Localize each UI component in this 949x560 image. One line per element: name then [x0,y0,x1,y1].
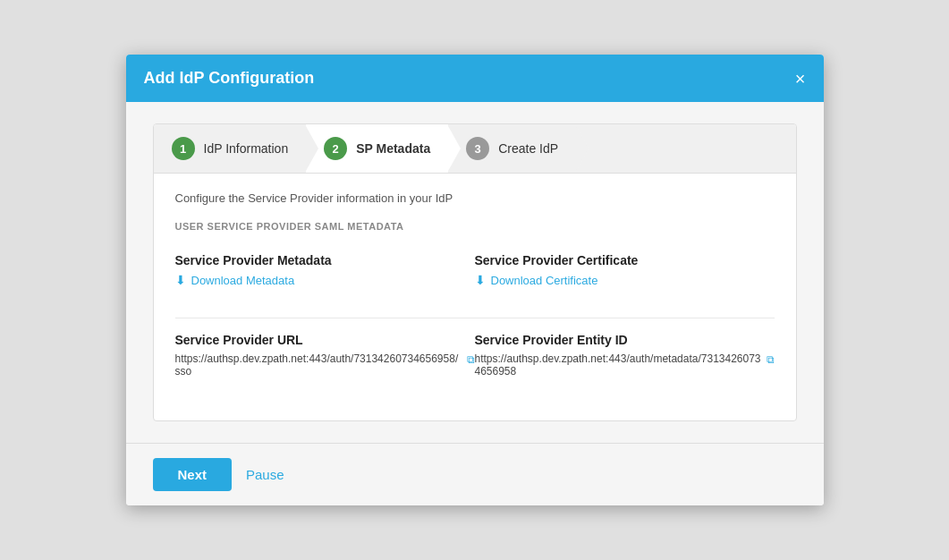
next-button[interactable]: Next [153,458,233,491]
modal-footer: Next Pause [126,443,824,505]
sp-url-value: https://authsp.dev.zpath.net:443/auth/73… [175,352,475,378]
step-1[interactable]: 1 IdP Information [154,124,307,173]
page-background: Add IdP Configuration × 1 IdP Informatio… [0,0,949,560]
divider-2 [475,318,775,318]
step-2-label: SP Metadata [356,141,430,156]
steps-container: 1 IdP Information 2 SP Metadata 3 Create… [153,123,797,421]
section-label: USER SERVICE PROVIDER SAML METADATA [175,221,775,232]
close-button[interactable]: × [795,70,806,88]
download-certificate-icon: ⬇ [475,273,486,287]
metadata-grid: Service Provider Metadata ⬇ Download Met… [175,244,775,395]
steps-content: Configure the Service Provider informati… [154,174,796,420]
modal-title: Add IdP Configuration [144,69,315,88]
download-metadata-text: Download Metadata [191,274,295,287]
divider-1 [175,318,475,318]
content-description: Configure the Service Provider informati… [175,191,775,205]
download-certificate-text: Download Certificate [491,274,598,287]
sp-url-text: https://authsp.dev.zpath.net:443/auth/73… [175,352,463,378]
step-3-label: Create IdP [498,141,558,156]
sp-url-label: Service Provider URL [175,333,475,347]
copy-entity-id-icon[interactable]: ⧉ [767,353,775,366]
copy-url-icon[interactable]: ⧉ [467,353,475,366]
sp-certificate-cell: Service Provider Certificate ⬇ Download … [475,244,775,305]
step-2[interactable]: 2 SP Metadata [306,124,448,173]
sp-certificate-label: Service Provider Certificate [475,253,775,267]
sp-metadata-label: Service Provider Metadata [175,253,475,267]
sp-entity-id-text: https://authsp.dev.zpath.net:443/auth/me… [475,352,763,378]
sp-entity-id-cell: Service Provider Entity ID https://auths… [475,305,775,395]
step-3[interactable]: 3 Create IdP [448,124,576,173]
steps-header: 1 IdP Information 2 SP Metadata 3 Create… [154,124,796,174]
sp-url-cell: Service Provider URL https://authsp.dev.… [175,305,475,395]
modal-container: Add IdP Configuration × 1 IdP Informatio… [126,55,824,505]
sp-metadata-cell: Service Provider Metadata ⬇ Download Met… [175,244,475,305]
step-1-number: 1 [172,137,195,160]
step-1-label: IdP Information [204,141,289,156]
download-metadata-link[interactable]: ⬇ Download Metadata [175,273,475,287]
modal-header: Add IdP Configuration × [126,55,824,102]
step-3-number: 3 [466,137,489,160]
modal-body: 1 IdP Information 2 SP Metadata 3 Create… [126,102,824,443]
pause-button[interactable]: Pause [246,467,284,482]
step-2-number: 2 [324,137,347,160]
download-certificate-link[interactable]: ⬇ Download Certificate [475,273,775,287]
sp-entity-id-label: Service Provider Entity ID [475,333,775,347]
sp-entity-id-value: https://authsp.dev.zpath.net:443/auth/me… [475,352,775,378]
download-metadata-icon: ⬇ [175,273,186,287]
